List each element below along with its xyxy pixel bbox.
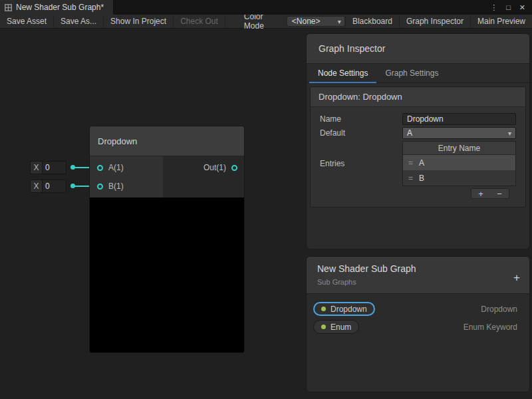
close-icon[interactable]: ✕ [519, 3, 525, 12]
blackboard-item-row: Enum Enum Keyword [307, 318, 529, 336]
color-mode-label: Color Mode [225, 15, 287, 28]
widget-a-value-field[interactable]: 0 [42, 162, 66, 174]
property-name: Dropdown [331, 305, 367, 314]
default-field-row: Default A ▾ [320, 127, 516, 139]
maximize-icon[interactable]: □ [506, 3, 511, 11]
name-label: Name [320, 114, 402, 124]
node-title: Dropdown [98, 136, 137, 146]
chevron-down-icon: ▾ [508, 130, 511, 137]
edge-dot-a [70, 165, 75, 170]
name-input[interactable]: Dropdown [402, 113, 516, 125]
entries-list-footer: + − [471, 188, 509, 199]
entry-row-a[interactable]: = A [403, 155, 515, 170]
save-asset-button[interactable]: Save Asset [0, 15, 54, 28]
input-port-b-label: B(1) [108, 182, 124, 191]
entries-footer-row: + − [320, 188, 516, 199]
section-title: Dropdown: Dropdown [311, 87, 525, 107]
entries-label: Entries [320, 159, 402, 168]
kebab-menu-icon[interactable]: ⋮ [490, 3, 497, 12]
chevron-down-icon: ▾ [338, 18, 341, 25]
node-preview [90, 198, 244, 352]
entries-list: Entry Name = A = B [402, 141, 516, 186]
main-preview-toggle-button[interactable]: Main Preview [470, 15, 532, 28]
input-port-b[interactable] [97, 184, 103, 190]
input-port-a[interactable] [97, 165, 103, 171]
color-mode-value: <None> [292, 17, 321, 26]
blackboard-title: New Shader Sub Graph [317, 263, 519, 274]
input-value-widget-b: X 0 [30, 180, 66, 193]
widget-a-axis-label: X [31, 162, 42, 174]
input-port-row-a: A(1) [97, 162, 124, 174]
remove-entry-button[interactable]: − [490, 189, 509, 198]
graph-inspector-toggle-button[interactable]: Graph Inspector [399, 15, 470, 28]
input-port-a-label: A(1) [108, 163, 124, 172]
tab-graph-settings[interactable]: Graph Settings [376, 64, 447, 82]
entry-row-b[interactable]: = B [403, 170, 515, 186]
entries-field-row: Entries Entry Name = A = B [320, 141, 516, 186]
property-color-dot [321, 307, 326, 311]
toolbar: Save Asset Save As... Show In Project Ch… [0, 15, 532, 29]
section-body: Name Dropdown Default A ▾ Entries Entry … [311, 107, 525, 207]
entry-value: A [419, 158, 424, 168]
input-value-widget-a: X 0 [30, 161, 66, 174]
entry-value: B [419, 174, 424, 183]
blackboard-header: New Shader Sub Graph Sub Graphs + [307, 257, 529, 294]
node-settings-section: Dropdown: Dropdown Name Dropdown Default… [310, 86, 526, 207]
property-name: Enum [331, 323, 351, 332]
title-bar: New Shader Sub Graph* ⋮ □ ✕ [0, 0, 532, 15]
edge-dot-b [70, 184, 75, 188]
tab-node-settings[interactable]: Node Settings [309, 64, 376, 82]
property-type-label: Dropdown [481, 305, 517, 314]
output-port-label: Out(1) [203, 163, 226, 172]
add-property-button[interactable]: + [513, 271, 520, 285]
default-label: Default [320, 128, 402, 138]
blackboard-panel: New Shader Sub Graph Sub Graphs + Dropdo… [306, 256, 530, 392]
default-dropdown[interactable]: A ▾ [402, 127, 516, 139]
document-title: New Shader Sub Graph* [16, 3, 104, 12]
blackboard-toggle-button[interactable]: Blackboard [345, 15, 399, 28]
property-color-dot [321, 325, 326, 329]
blackboard-item-row: Dropdown Dropdown [307, 300, 529, 318]
node-header[interactable]: Dropdown [90, 126, 244, 156]
color-mode-dropdown[interactable]: <None> ▾ [287, 16, 345, 27]
output-port-row: Out(1) [203, 162, 237, 174]
inspector-tabs: Node Settings Graph Settings [307, 64, 529, 83]
check-out-button: Check Out [174, 15, 225, 28]
add-entry-button[interactable]: + [471, 189, 490, 198]
widget-b-value-field[interactable]: 0 [42, 180, 66, 192]
toolbar-right-group: Blackboard Graph Inspector Main Preview [345, 15, 532, 28]
graph-inspector-header: Graph Inspector [307, 34, 529, 64]
drag-handle-icon[interactable]: = [408, 174, 413, 183]
default-dropdown-value: A [407, 128, 412, 138]
graph-inspector-panel: Graph Inspector Node Settings Graph Sett… [306, 33, 530, 249]
shader-graph-icon [5, 4, 12, 11]
output-port[interactable] [231, 165, 237, 171]
blackboard-subtitle: Sub Graphs [317, 278, 519, 286]
show-in-project-button[interactable]: Show In Project [104, 15, 174, 28]
drag-handle-icon[interactable]: = [408, 158, 413, 168]
input-port-row-b: B(1) [97, 180, 124, 192]
graph-inspector-title: Graph Inspector [319, 43, 385, 54]
document-tab[interactable]: New Shader Sub Graph* [0, 0, 113, 15]
widget-b-axis-label: X [31, 180, 42, 192]
window-controls: ⋮ □ ✕ [490, 0, 532, 15]
blackboard-item-dropdown[interactable]: Dropdown [313, 302, 375, 316]
dropdown-node[interactable]: Dropdown A(1) B(1) Out(1) [90, 126, 244, 352]
property-type-label: Enum Keyword [464, 323, 517, 332]
name-field-row: Name Dropdown [320, 113, 516, 125]
save-as-button[interactable]: Save As... [54, 15, 104, 28]
blackboard-items: Dropdown Dropdown Enum Enum Keyword [307, 294, 529, 336]
entries-list-header: Entry Name [403, 142, 515, 155]
blackboard-item-enum[interactable]: Enum [313, 320, 359, 334]
node-body: A(1) B(1) Out(1) [90, 156, 244, 198]
